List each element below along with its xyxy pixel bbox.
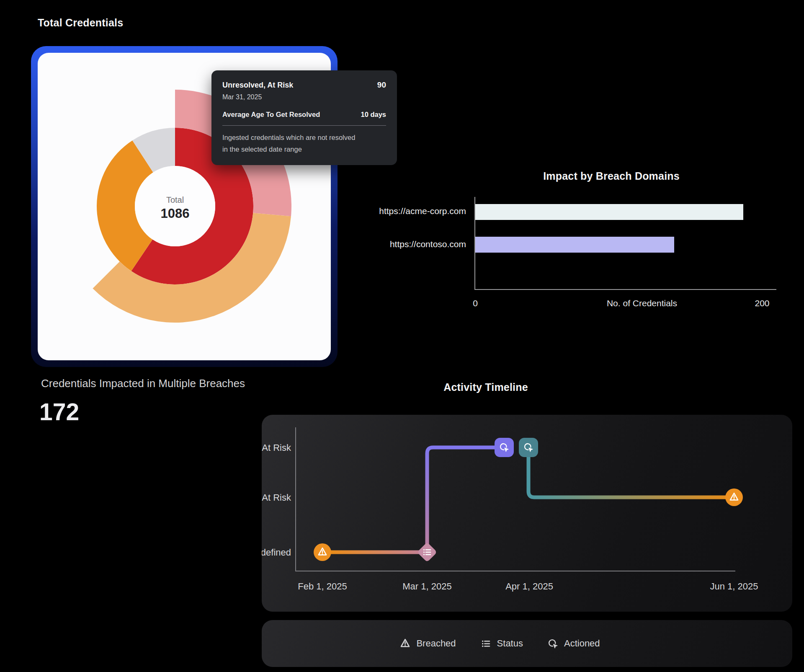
timeline-legend: Breached Status Actioned [262,620,792,667]
bar-category-contoso: https://contoso.com [293,239,466,249]
donut-heading: Total Credentials [38,17,123,29]
row-label-undefined: Undefined [262,547,291,558]
legend-item-breached[interactable]: Breached [399,638,456,649]
row-label-not-at-risk: Not At Risk [262,492,291,503]
click-icon [547,638,559,649]
tick-mar: Mar 1, 2025 [402,581,451,592]
x-axis-min-label: 0 [466,298,484,308]
tick-feb: Feb 1, 2025 [298,581,347,592]
tooltip-date: Mar 31, 2025 [222,93,386,101]
event-status-mar[interactable] [417,542,437,562]
bar-acme[interactable] [475,204,743,220]
timeline-chart: At Risk Not At Risk Undefined Feb 1, 202… [262,415,792,612]
legend-item-actioned[interactable]: Actioned [547,638,600,649]
legend-label-actioned: Actioned [564,638,600,649]
event-actioned-2[interactable] [519,438,538,457]
event-actioned-1[interactable] [495,438,514,457]
tooltip-metric-value: 10 days [361,111,386,119]
row-label-at-risk: At Risk [262,442,291,453]
x-axis-title: No. of Credentials [579,298,705,308]
timeline-panel: At Risk Not At Risk Undefined Feb 1, 202… [262,415,792,612]
connector-actioned-to-breach [528,457,732,497]
multi-breach-label: Credentials Impacted in Multiple Breache… [41,377,245,390]
donut-center-label: Total [166,195,184,204]
timeline-title: Activity Timeline [360,381,611,393]
legend-label-breached: Breached [416,638,456,649]
tick-jun: Jun 1, 2025 [710,581,758,592]
list-icon [423,549,430,556]
x-axis-max-label: 200 [745,298,780,308]
bar-plot-area [474,197,776,290]
bar-category-acme: https://acme-corp.com [293,206,466,216]
donut-center-value: 1086 [161,206,190,221]
list-icon [480,638,492,649]
tooltip-description: Ingested credentials which are not resol… [222,132,361,155]
legend-item-status[interactable]: Status [480,638,523,649]
dashboard: Total Credentials Total 1086 Unresolved,… [0,0,804,672]
event-breached-feb[interactable] [314,543,331,561]
multi-breach-value: 172 [39,398,79,426]
tick-apr: Apr 1, 2025 [505,581,553,592]
event-breached-jun[interactable] [725,488,743,506]
tooltip-divider [222,125,386,126]
tooltip-title: Unresolved, At Risk [222,81,293,90]
bar-contoso[interactable] [475,237,674,253]
warning-icon [399,638,411,649]
bar-chart-title: Impact by Breach Domains [486,170,737,182]
tooltip-value: 90 [377,80,386,90]
tooltip-metric-label: Average Age To Get Resolved [222,111,320,119]
connector-status-to-actioned [427,447,496,552]
legend-label-status: Status [497,638,523,649]
donut-tooltip: Unresolved, At Risk 90 Mar 31, 2025 Aver… [211,70,397,165]
